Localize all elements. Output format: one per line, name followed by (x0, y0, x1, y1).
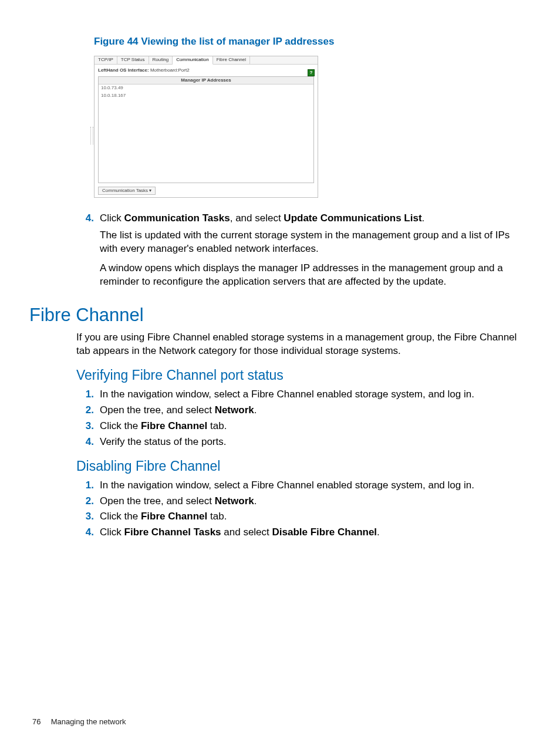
procedure-step: 2.Open the tree, and select Network. (76, 495, 525, 508)
procedure-step: 1.In the navigation window, select a Fib… (76, 388, 525, 401)
step-number: 4. (76, 526, 94, 539)
ui-term: Disable Fibre Channel (272, 526, 377, 538)
procedure-step: 4.Verify the status of the ports. (76, 436, 525, 449)
step-text: Click the Fibre Channel tab. (100, 420, 525, 433)
list-item[interactable]: 10.0.18.167 (99, 92, 313, 100)
procedure-step: 4.Click Fibre Channel Tasks and select D… (76, 526, 525, 539)
list-header: Manager IP Addresses (99, 77, 313, 85)
list-item[interactable]: 10.0.73.49 (99, 85, 313, 92)
ui-term: Fibre Channel (141, 511, 207, 522)
step-number: 1. (76, 479, 94, 492)
figure-caption: Figure 44 Viewing the list of manager IP… (94, 35, 525, 49)
tab-routing[interactable]: Routing (149, 56, 173, 64)
section-heading: Fibre Channel (29, 303, 525, 328)
step-text: In the navigation window, select a Fibre… (100, 479, 525, 492)
splitter-grip-icon (90, 127, 93, 144)
subsection-heading: Verifying Fibre Channel port status (76, 366, 525, 384)
step-text: Open the tree, and select Network. (100, 404, 525, 417)
step-note: The list is updated with the current sto… (100, 229, 525, 256)
tab-communication[interactable]: Communication (173, 56, 213, 65)
ui-term: Fibre Channel Tasks (124, 526, 221, 538)
page-footer: 76 Managing the network (32, 717, 126, 727)
section-paragraph: If you are using Fibre Channel enabled s… (76, 331, 525, 358)
step-number: 2. (76, 495, 94, 508)
tab-bar: TCP/IP TCP Status Routing Communication … (95, 56, 318, 65)
step-text: Click Fibre Channel Tasks and select Dis… (100, 526, 525, 539)
step-number: 4. (76, 212, 94, 289)
interface-label: LeftHand OS Interface: (98, 67, 149, 73)
step-text: Click the Fibre Channel tab. (100, 510, 525, 524)
communication-tasks-button[interactable]: Communication Tasks (98, 187, 156, 195)
step-number: 1. (76, 388, 94, 401)
procedure-step: 3.Click the Fibre Channel tab. (76, 510, 525, 524)
ui-term: Network (215, 495, 254, 507)
step-number: 4. (76, 436, 94, 449)
step-text: In the navigation window, select a Fibre… (100, 388, 525, 401)
interface-value: Motherboard:Port2 (150, 67, 190, 73)
subsection-heading: Disabling Fibre Channel (76, 457, 525, 475)
procedure-step: 1.In the navigation window, select a Fib… (76, 479, 525, 492)
tab-tcpip[interactable]: TCP/IP (95, 56, 117, 64)
step-text: Verify the status of the ports. (100, 436, 525, 449)
ui-term: Network (215, 404, 254, 416)
step-number: 3. (76, 420, 94, 433)
procedure-step: 2.Open the tree, and select Network. (76, 404, 525, 417)
tab-fibrechannel[interactable]: Fibre Channel (213, 56, 250, 64)
help-icon[interactable]: ? (308, 69, 315, 76)
step-text: Click Communication Tasks, and select Up… (100, 212, 525, 225)
interface-line: LeftHand OS Interface: Motherboard:Port2 (98, 67, 314, 74)
screenshot-panel: TCP/IP TCP Status Routing Communication … (94, 56, 318, 198)
step-number: 2. (76, 404, 94, 417)
footer-title: Managing the network (51, 717, 126, 726)
step-text: Open the tree, and select Network. (100, 495, 525, 508)
manager-ip-listbox[interactable]: Manager IP Addresses 10.0.73.49 10.0.18.… (98, 76, 314, 183)
step-number: 3. (76, 510, 94, 524)
ui-term: Update Communications List (284, 212, 421, 224)
ui-term: Fibre Channel (141, 420, 207, 431)
procedure-step: 4. Click Communication Tasks, and select… (76, 212, 525, 289)
page-number: 76 (32, 717, 49, 727)
ui-term: Communication Tasks (124, 212, 230, 224)
step-note: A window opens which displays the manage… (100, 262, 525, 289)
procedure-step: 3.Click the Fibre Channel tab. (76, 420, 525, 433)
tab-tcpstatus[interactable]: TCP Status (117, 56, 149, 64)
